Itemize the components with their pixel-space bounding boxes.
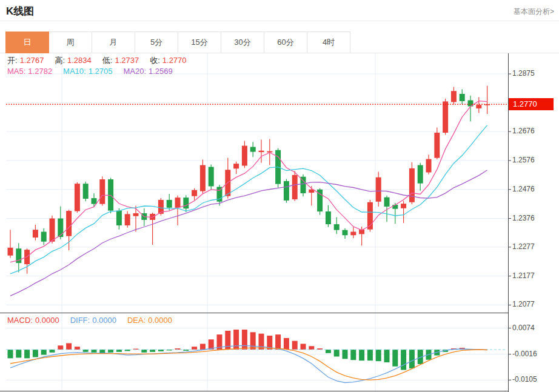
legend-label: MACD:: [7, 316, 33, 325]
ma5-line: [10, 101, 487, 262]
legend-value: 1.2767: [20, 56, 44, 65]
grid-lines: [6, 53, 508, 391]
legend-label: MA20:: [123, 67, 146, 76]
current-price-tag: 1.2770: [509, 98, 554, 110]
tab-day[interactable]: 日: [5, 32, 49, 53]
legend-label: MA5:: [7, 67, 25, 76]
ohlc-legend: 开:1.2767高:1.2834低:1.2737收:1.2770: [7, 55, 198, 66]
legend-item: 高:1.2834: [55, 55, 93, 66]
axis-tick-label: 0.0074: [512, 324, 558, 332]
axis-tick-label: 1.2875: [512, 69, 558, 78]
diff-line: [10, 345, 487, 382]
axis-tick-label: 1.2277: [512, 242, 558, 251]
axis-tick-label: 1.2676: [512, 127, 558, 135]
legend-value: 1.2705: [89, 67, 113, 76]
legend-value: 0.0000: [92, 316, 116, 325]
legend-label: 高:: [55, 56, 65, 65]
legend-label: DEA:: [127, 316, 146, 325]
legend-label: 低:: [102, 56, 113, 65]
ma20-line: [10, 170, 487, 296]
axis-tick-label: -0.0105: [512, 375, 558, 384]
legend-label: 开:: [7, 56, 18, 65]
legend-item: DEA:0.0000: [127, 316, 175, 325]
ma-legend: MA5:1.2782MA10:1.2705MA20:1.2569: [7, 67, 184, 76]
axis-tick-label: 1.2077: [512, 300, 558, 308]
legend-value: 0.0000: [148, 316, 172, 325]
macd-legend: MACD:0.0000DIFF:0.0000DEA:0.0000: [7, 316, 183, 325]
axis-tick-label: 1.2576: [512, 156, 558, 164]
legend-value: 1.2770: [162, 56, 187, 65]
legend-item: MA20:1.2569: [123, 67, 175, 76]
axis-tick-label: 1.2476: [512, 185, 558, 193]
legend-label: 收:: [150, 56, 160, 65]
legend-label: MA10:: [63, 67, 86, 76]
legend-item: MA5:1.2782: [7, 67, 55, 76]
legend-item: DIFF:0.0000: [70, 316, 119, 325]
legend-item: 开:1.2767: [7, 55, 46, 66]
legend-item: MACD:0.0000: [7, 316, 62, 325]
legend-item: 低:1.2737: [102, 55, 141, 66]
axis-tick-label: -0.0016: [512, 350, 558, 358]
ma10-line: [10, 125, 487, 274]
legend-item: MA10:1.2705: [63, 67, 115, 76]
axis-tick-label: 1.2177: [512, 271, 558, 280]
legend-item: 收:1.2770: [150, 55, 189, 66]
legend-value: 1.2737: [115, 56, 139, 65]
legend-value: 1.2569: [149, 67, 173, 76]
legend-value: 1.2782: [28, 67, 52, 76]
legend-value: 0.0000: [35, 316, 59, 325]
axis-tick-label: 1.2376: [512, 214, 558, 222]
candles: [8, 86, 490, 274]
legend-value: 1.2834: [67, 56, 92, 65]
legend-label: DIFF:: [70, 316, 90, 325]
